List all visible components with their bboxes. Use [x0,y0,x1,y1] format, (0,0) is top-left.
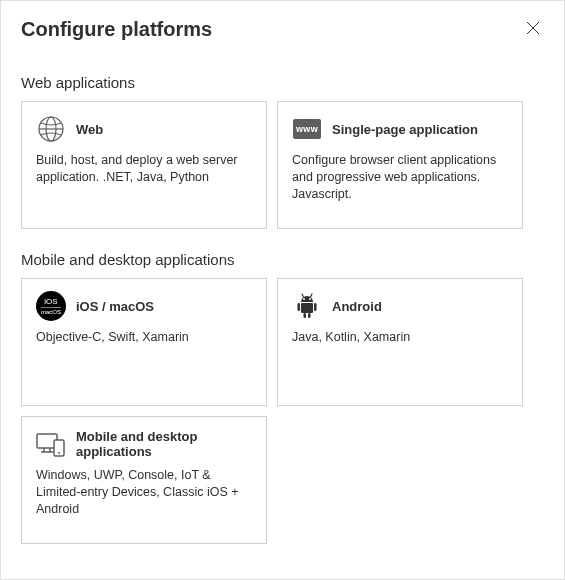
desktop-mobile-icon [36,429,66,459]
card-header: iOS macOS iOS / macOS [36,291,252,321]
mobile-card-grid: iOS macOS iOS / macOS Objective-C, Swift… [21,278,544,544]
card-header: Web [36,114,252,144]
section-title-web: Web applications [21,74,544,91]
platform-card-spa[interactable]: www Single-page application Configure br… [277,101,523,229]
ios-macos-icon: iOS macOS [36,291,66,321]
card-description: Objective-C, Swift, Xamarin [36,329,252,346]
svg-point-4 [309,298,311,300]
svg-point-3 [303,298,305,300]
svg-line-5 [302,294,304,297]
platform-card-desktop[interactable]: Mobile and desktop applications Windows,… [21,416,267,544]
svg-point-17 [58,452,60,454]
platform-card-ios[interactable]: iOS macOS iOS / macOS Objective-C, Swift… [21,278,267,406]
svg-rect-11 [308,313,311,318]
svg-rect-8 [298,303,301,311]
card-description: Configure browser client applications an… [292,152,508,203]
panel-content: Web applications Web Build, host, and de… [1,74,564,564]
svg-rect-9 [314,303,317,311]
card-title: Single-page application [332,122,478,137]
svg-rect-7 [301,303,313,313]
globe-icon [36,114,66,144]
card-header: Mobile and desktop applications [36,429,252,459]
card-description: Build, host, and deploy a web server app… [36,152,252,186]
card-description: Java, Kotlin, Xamarin [292,329,508,346]
card-header: Android [292,291,508,321]
card-title: iOS / macOS [76,299,154,314]
web-card-grid: Web Build, host, and deploy a web server… [21,101,544,229]
android-icon [292,291,322,321]
panel-title: Configure platforms [21,18,212,41]
section-title-mobile: Mobile and desktop applications [21,251,544,268]
card-title: Android [332,299,382,314]
www-icon: www [292,114,322,144]
close-icon [526,21,540,38]
card-description: Windows, UWP, Console, IoT & Limited-ent… [36,467,252,518]
card-header: www Single-page application [292,114,508,144]
platform-card-android[interactable]: Android Java, Kotlin, Xamarin [277,278,523,406]
platform-card-web[interactable]: Web Build, host, and deploy a web server… [21,101,267,229]
card-title: Mobile and desktop applications [76,429,252,459]
close-button[interactable] [522,17,544,42]
svg-line-6 [311,294,313,297]
svg-rect-10 [304,313,307,318]
card-title: Web [76,122,103,137]
panel-header: Configure platforms [1,1,564,52]
